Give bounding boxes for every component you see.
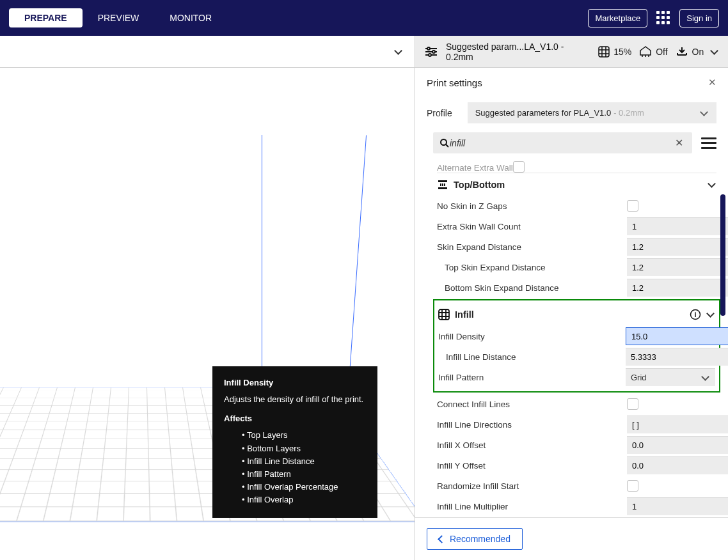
info-icon[interactable]: i	[690, 309, 701, 320]
profile-sub: - 0.2mm	[613, 108, 644, 118]
input-top-skin-expand[interactable]	[627, 258, 728, 276]
settings-icon	[424, 46, 438, 58]
infill-pct-text: 15%	[613, 47, 631, 57]
adhesion-summary[interactable]: On	[676, 46, 704, 58]
tab-preview[interactable]: PREVIEW	[83, 8, 155, 27]
marketplace-button[interactable]: Marketplace	[588, 9, 647, 27]
svg-point-13	[441, 139, 447, 145]
chevron-down-icon	[709, 181, 716, 189]
svg-rect-16	[438, 187, 447, 189]
search-box[interactable]: ✕	[433, 132, 692, 153]
highlight-infill: Infill i Infill Density% Infill Line Dis…	[433, 299, 720, 393]
chevron-down-icon[interactable]	[711, 48, 719, 56]
profile-label: Profile	[427, 108, 452, 118]
recommended-button[interactable]: Recommended	[427, 528, 523, 550]
checkbox-connect-infill[interactable]	[627, 398, 638, 410]
select-infill-pattern[interactable]: Grid	[626, 368, 715, 386]
scrollbar-thumb[interactable]	[720, 194, 725, 316]
label-infill-x: Infill X Offset	[437, 440, 627, 450]
svg-line-14	[446, 144, 448, 147]
label-connect-infill: Connect Infill Lines	[437, 400, 627, 409]
svg-rect-19	[444, 183, 445, 186]
checkbox-no-skin-z[interactable]	[627, 200, 638, 212]
tooltip-affects-item: Top Layers	[242, 429, 366, 442]
apps-icon[interactable]	[656, 11, 670, 25]
checkbox-randomize-start[interactable]	[627, 480, 638, 492]
label-infill-multiplier: Infill Line Multiplier	[437, 502, 627, 511]
label-infill-pattern: Infill Pattern	[438, 373, 626, 382]
support-icon	[639, 46, 652, 58]
support-summary[interactable]: Off	[639, 46, 667, 58]
input-infill-density[interactable]	[626, 327, 728, 345]
clear-search-icon[interactable]: ✕	[672, 137, 686, 149]
input-extra-skin-wall[interactable]	[627, 217, 728, 235]
chevron-down-icon	[701, 109, 709, 117]
model-edge	[262, 135, 262, 392]
profile-select[interactable]: Suggested parameters for PLA_V1.0 - 0.2m…	[468, 102, 716, 123]
input-bottom-skin-expand[interactable]	[627, 279, 728, 297]
label-infill-directions: Infill Line Directions	[437, 420, 627, 430]
input-infill-x[interactable]	[627, 436, 728, 454]
label-infill-density: Infill Density	[438, 332, 626, 341]
tooltip: Infill Density Adjusts the density of in…	[212, 366, 377, 518]
chevron-left-icon	[439, 534, 445, 544]
setting-truncated: Alternate Extra Wall	[437, 161, 716, 173]
tooltip-affects-label: Affects	[224, 412, 366, 425]
tooltip-affects-item: Infill Line Distance	[242, 455, 366, 468]
checkbox[interactable]	[513, 161, 525, 173]
chevron-down-icon	[702, 374, 710, 382]
tab-prepare[interactable]: PREPARE	[9, 8, 83, 27]
label-top-skin-expand: Top Skin Expand Distance	[445, 263, 627, 272]
svg-point-5	[429, 54, 431, 56]
input-skin-expand[interactable]	[627, 238, 728, 256]
label-skin-expand: Skin Expand Distance	[437, 242, 627, 252]
svg-text:i: i	[694, 311, 696, 318]
signin-button[interactable]: Sign in	[679, 9, 719, 27]
label-infill-line-dist: Infill Line Distance	[446, 352, 626, 362]
label-extra-skin-wall: Extra Skin Wall Count	[437, 222, 627, 231]
chevron-down-icon	[708, 311, 715, 318]
svg-rect-6	[599, 47, 609, 57]
tooltip-desc: Adjusts the density of infill of the pri…	[224, 393, 366, 406]
support-text: Off	[656, 47, 667, 57]
adhesion-text: On	[692, 47, 704, 57]
svg-point-3	[427, 47, 430, 50]
section-top-bottom[interactable]: Top/Bottom	[437, 173, 716, 196]
label-infill-y: Infill Y Offset	[437, 461, 627, 471]
tab-monitor[interactable]: MONITOR	[154, 8, 227, 27]
label-bottom-skin-expand: Bottom Skin Expand Distance	[445, 283, 627, 293]
infill-icon	[598, 46, 610, 58]
svg-rect-18	[442, 183, 443, 186]
input-infill-directions[interactable]	[627, 416, 728, 433]
profile-chip[interactable]: Suggested param...LA_V1.0 - 0.2mm	[446, 42, 590, 62]
close-icon[interactable]: ✕	[708, 77, 716, 88]
infill-summary[interactable]: 15%	[598, 46, 631, 58]
panel-title: Print settings	[427, 77, 482, 88]
svg-rect-15	[438, 180, 447, 182]
tooltip-affects-item: Infill Overlap Percentage	[242, 481, 366, 494]
svg-rect-17	[440, 183, 441, 186]
label-randomize-start: Randomize Infill Start	[437, 481, 627, 491]
menu-icon[interactable]	[701, 137, 716, 149]
profile-name: Suggested parameters for PLA_V1.0	[475, 108, 611, 118]
input-infill-line-dist[interactable]	[626, 348, 728, 366]
infill-icon	[438, 309, 450, 320]
svg-point-4	[432, 51, 435, 53]
section-infill[interactable]: Infill i	[438, 303, 715, 326]
tooltip-title: Infill Density	[224, 377, 366, 389]
input-infill-y[interactable]	[627, 456, 728, 474]
topbottom-icon	[437, 179, 448, 191]
search-input[interactable]	[450, 138, 672, 148]
chevron-down-icon[interactable]	[395, 48, 403, 56]
adhesion-icon	[676, 46, 688, 58]
label-no-skin-z: No Skin in Z Gaps	[437, 201, 627, 211]
svg-rect-20	[439, 309, 449, 320]
tooltip-affects-item: Infill Pattern	[242, 468, 366, 481]
input-infill-multiplier[interactable]	[627, 497, 728, 515]
tooltip-affects-item: Bottom Layers	[242, 442, 366, 455]
print-settings-panel: Print settings ✕ Profile Suggested param…	[415, 68, 728, 560]
search-icon	[439, 138, 450, 148]
tooltip-affects-item: Infill Overlap	[242, 494, 366, 506]
